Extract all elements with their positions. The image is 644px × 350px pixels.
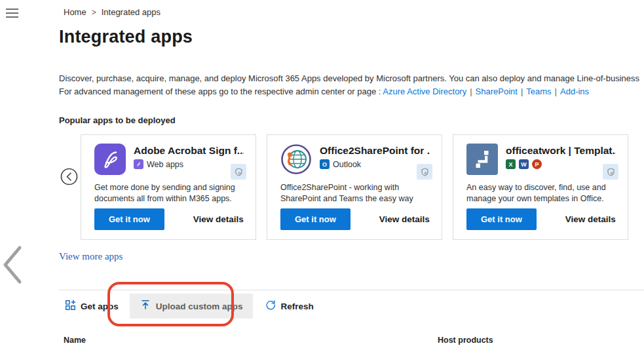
upload-icon (140, 299, 151, 313)
excel-icon: X (506, 159, 516, 169)
view-more-apps-link[interactable]: View more apps (59, 251, 123, 262)
link-separator: | (470, 87, 472, 96)
get-apps-icon (64, 299, 76, 313)
get-it-now-button[interactable]: Get it now (94, 208, 164, 230)
carousel-previous-icon[interactable] (60, 168, 78, 185)
description-line2-text: For advanced management of these apps go… (59, 87, 381, 96)
app-card-office2sharepoint: Office2SharePoint for ... O Outlook Offi… (267, 134, 442, 240)
app-card-adobe-acrobat-sign: Adobe Acrobat Sign f... Web apps Get mor… (81, 134, 256, 240)
breadcrumb-current: Integrated apps (102, 7, 161, 17)
apps-toolbar: Get apps Upload custom apps Refresh (59, 294, 319, 319)
certified-badge-icon (417, 164, 432, 180)
app-card-description: Office2SharePoint - working with SharePo… (280, 182, 431, 204)
adobe-acrobat-logo-icon (94, 144, 126, 175)
get-it-now-button[interactable]: Get it now (280, 208, 350, 230)
link-azure-active-directory[interactable]: Azure Active Directory (383, 87, 466, 96)
powerpoint-icon: P (532, 159, 542, 169)
breadcrumb: Home > Integrated apps (64, 7, 161, 17)
app-host-label: Web apps (147, 160, 183, 169)
popular-apps-carousel: Adobe Acrobat Sign f... Web apps Get mor… (81, 134, 628, 240)
word-icon: W (519, 159, 529, 169)
breadcrumb-home-link[interactable]: Home (64, 7, 86, 17)
link-add-ins[interactable]: Add-ins (560, 87, 589, 96)
get-apps-button[interactable]: Get apps (59, 294, 124, 319)
certified-badge-icon (603, 164, 618, 180)
upload-custom-apps-label: Upload custom apps (156, 301, 243, 311)
refresh-icon (265, 299, 276, 313)
column-header-host-products[interactable]: Host products (438, 336, 493, 345)
link-separator: | (521, 87, 523, 96)
app-host-label: Outlook (333, 160, 361, 169)
apps-table-header: Name Host products (64, 336, 644, 345)
officeatwork-logo-icon (466, 144, 498, 175)
breadcrumb-separator: > (92, 8, 96, 17)
popular-apps-heading: Popular apps to be deployed (59, 115, 176, 125)
app-card-officeatwork: officeatwork | Templat... X W P An easy … (453, 134, 628, 240)
office2sharepoint-logo-icon (280, 144, 312, 175)
outlook-icon: O (320, 159, 330, 169)
link-separator: | (555, 87, 557, 96)
upload-custom-apps-button[interactable]: Upload custom apps (130, 294, 253, 319)
description-line2: For advanced management of these apps go… (59, 85, 644, 98)
view-details-link[interactable]: View details (565, 214, 616, 224)
page-title: Integrated apps (59, 27, 193, 47)
toolbar-divider (59, 290, 644, 290)
hamburger-menu-icon[interactable] (6, 9, 19, 18)
app-card-title: Office2SharePoint for ... (320, 145, 430, 157)
link-sharepoint[interactable]: SharePoint (476, 87, 518, 96)
column-header-name[interactable]: Name (64, 336, 438, 345)
web-apps-icon (134, 159, 143, 169)
link-teams[interactable]: Teams (526, 87, 551, 96)
app-card-title: Adobe Acrobat Sign f... (134, 145, 244, 157)
description-line1: Discover, purchase, acquire, manage, and… (59, 72, 644, 85)
view-details-link[interactable]: View details (193, 214, 244, 224)
page-previous-chevron-icon[interactable] (1, 245, 22, 287)
refresh-label: Refresh (281, 301, 314, 311)
app-card-description: An easy way to discover, find, use and m… (466, 182, 617, 204)
app-card-description: Get more done by sending and signing doc… (94, 182, 245, 204)
view-details-link[interactable]: View details (379, 214, 430, 224)
app-card-title: officeatwork | Templat... (506, 145, 616, 157)
certified-badge-icon (231, 164, 246, 180)
get-it-now-button[interactable]: Get it now (466, 208, 537, 230)
page-description: Discover, purchase, acquire, manage, and… (59, 72, 644, 98)
get-apps-label: Get apps (81, 301, 119, 311)
refresh-button[interactable]: Refresh (259, 294, 319, 319)
